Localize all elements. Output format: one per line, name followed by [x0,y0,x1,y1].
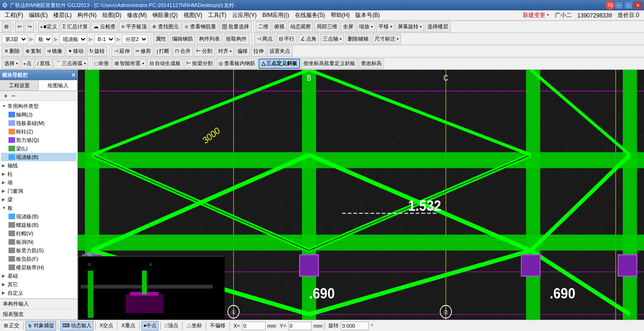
tb3-extend-btn[interactable]: ⊣ 延伸 [111,46,132,57]
tb3-break-btn[interactable]: | 打断 [154,46,172,57]
tb2-property-btn[interactable]: 属性 [153,34,168,44]
tb-find-btn[interactable]: ⊕ 查找图元 [150,22,181,32]
tree-item-node-door-cat[interactable]: ▶门窗洞 [1,187,76,195]
tb-batch-btn[interactable]: ▦ 批量选择 [219,22,251,32]
tree-item-node-shear-wall[interactable]: 剪力墙(Q) [1,136,76,144]
menu-edit[interactable]: 编辑(E) [26,10,50,20]
status-dynamic[interactable]: ⌨ 动态输入 [60,321,93,331]
tb4-coord-inclined-btn[interactable]: 按坐标高批量定义斜板 [301,58,358,69]
tree-item-node-beam[interactable]: 梁(L) [1,144,76,153]
tab-draw-input[interactable]: 绘图输入 [39,80,77,91]
tb2-parallel-btn[interactable]: ⊟ 平行 [276,34,297,44]
tb3-align-btn[interactable]: 对齐 • [216,46,234,57]
tree-item-node-beam-cat[interactable]: ▶梁 [1,195,76,204]
status-vertex[interactable]: □顶点 [163,321,180,331]
status-snap[interactable]: 🖱 对象捕捉 [25,321,56,331]
tree-add-btn[interactable]: + [2,92,9,99]
tb4-edit-elevation-btn[interactable]: 查改标高 [359,58,384,69]
menu-project[interactable]: 工程(F) [2,10,26,20]
tb-2d-btn[interactable]: 二维 [256,22,271,32]
maximize-button[interactable]: □ [624,1,633,9]
tree-item-node-wall-cat[interactable]: ▶墙 [1,178,76,187]
layer-select[interactable]: 分层2 [122,34,148,44]
code-select[interactable]: B-1 [94,34,115,44]
tree-item-node-strip-found[interactable]: 筏板基础(M) [1,119,76,127]
tb-dynamic-btn[interactable]: 动态观察 [288,22,313,32]
tb3-del-btn[interactable]: ✕ 删除 [2,46,22,57]
tb4-inclined-btn[interactable]: △ 三点定义斜板 [259,58,300,69]
tb-3d-local-btn[interactable]: 局部三维 [314,22,340,32]
tb-undo-btn[interactable]: ↩ [15,22,24,32]
tb2-dimension-btn[interactable]: 尺寸标注 • [372,34,401,44]
tb-define-btn[interactable]: ▪ ■定义 [38,22,59,32]
tree-collapse-btn[interactable]: − [9,92,17,99]
menu-view[interactable]: 视图(V) [181,10,205,20]
tb-pan-btn[interactable]: 平移 • [376,22,394,32]
minimize-button[interactable]: ─ [615,1,623,9]
tb-align-btn[interactable]: ≡ 平齐板顶 [119,22,149,32]
tree-item-node-cast-slab[interactable]: 现浇板(B) [1,212,76,221]
tree-item-node-foundation-cat[interactable]: ▶基础 [1,272,76,280]
menu-version[interactable]: 版本号(B) [352,10,383,20]
tb4-rect-btn[interactable]: □ 矩形 [92,58,112,69]
tb-rotate-btn[interactable]: 屏幕旋转 • [395,22,424,32]
tb2-del-axis-btn[interactable]: 删除辅轴 [345,34,371,44]
panel-close-icon[interactable]: ✕ [71,72,75,78]
menu-help[interactable]: 帮助(H) [328,10,353,20]
tb-new-btn[interactable]: ⊞ [2,22,11,32]
rotate-input[interactable] [341,322,369,330]
tree-item-node-other-cat[interactable]: ▶其它 [1,280,76,289]
tree-item-node-common[interactable]: ▼常用构件类型 [1,102,76,110]
tb3-trim-btn[interactable]: ✂ 修剪 [133,46,153,57]
tb4-select-btn[interactable]: 选择 • [2,58,20,69]
menu-component[interactable]: 构件(N) [75,10,100,20]
tb-cloud-check-btn[interactable]: ☁ 云检查 [91,22,118,32]
tree-item-node-slab-hole[interactable]: 板洞(N) [1,238,76,246]
tree-item-node-floor-band[interactable]: 楼层板带(H) [1,263,76,272]
tb-fullscreen-btn[interactable]: 全屏 [341,22,356,32]
menu-assistant[interactable]: 广小二 [552,10,575,20]
tb-floor-select-btn[interactable]: 选择楼层 [425,22,451,32]
menu-bim[interactable]: BIM应用(I) [259,10,292,20]
tb4-smart-btn[interactable]: ⊞ 智能布置 • [112,58,146,69]
tb-view-rebar-btn[interactable]: ⊙ 查看钢筋量 [182,22,218,32]
tb3-rotate-btn[interactable]: ↻ 旋转 [87,46,107,57]
menu-floor[interactable]: 楼层(L) [50,10,75,20]
tb-sum-btn[interactable]: Σ 汇总计算 [60,22,91,32]
btn-single-comp[interactable]: 单构件输入 [0,299,77,309]
menu-coins[interactable]: 造价豆:0 [615,10,642,20]
material-select[interactable]: 现浇板 [59,34,87,44]
tb3-grip-btn[interactable]: 设置夹点 [267,46,293,57]
status-ortho[interactable]: ⊞ 正交 [2,321,21,331]
status-x-overlap[interactable]: X重点 [119,321,137,331]
tb3-move-btn[interactable]: ✦ 移动 [66,46,86,57]
menu-change[interactable]: 新建变更 • [520,10,552,20]
status-no-offset[interactable]: 不偏移 [208,321,227,331]
tab-project-settings[interactable]: 工程设置 [0,80,39,91]
x-input[interactable] [242,322,266,330]
status-midpoint[interactable]: ●中点 [142,321,159,331]
status-x-intersect[interactable]: X交点 [98,321,115,331]
menu-rebar[interactable]: 钢筋量(Q) [150,10,180,20]
menu-draw[interactable]: 绘图(D) [100,10,125,20]
comp-type-select[interactable]: 板 [35,34,52,44]
tree-item-node-slab-cat[interactable]: ▼板 [1,204,76,212]
menu-modify[interactable]: 修改(M) [124,10,150,20]
tb4-auto-slab-btn[interactable]: ⊟ 自动生成板 [147,58,183,69]
tb3-mirror-btn[interactable]: ⊲ 镜像 [44,46,65,57]
tb-top-btn[interactable]: 俯视 [272,22,287,32]
tb3-offset-btn[interactable]: 偏移 [235,46,250,57]
tree-item-node-slab-tension[interactable]: 板受力筋(S) [1,246,76,255]
tb4-point-btn[interactable]: • 点 [21,58,34,69]
tb4-arc-btn[interactable]: ⌒ 三点画弧 • [53,58,88,69]
tb4-split-beam-btn[interactable]: ⊢ 按梁分割 [184,58,215,69]
close-button[interactable]: ✕ [634,1,642,9]
tree-item-node-spiral-slab[interactable]: 螺旋板(B) [1,221,76,229]
floor-select[interactable]: 第3层 [2,34,28,44]
tree-item-node-custom-cat[interactable]: ▶自定义 [1,289,76,297]
tree-item-node-axis-cat[interactable]: ▶轴线 [1,161,76,170]
menu-online[interactable]: 在线服务(S) [292,10,328,20]
tb-redo-btn[interactable]: ↪ [25,22,34,32]
y-input[interactable] [288,322,312,330]
menu-tools[interactable]: 工具(T) [205,10,229,20]
